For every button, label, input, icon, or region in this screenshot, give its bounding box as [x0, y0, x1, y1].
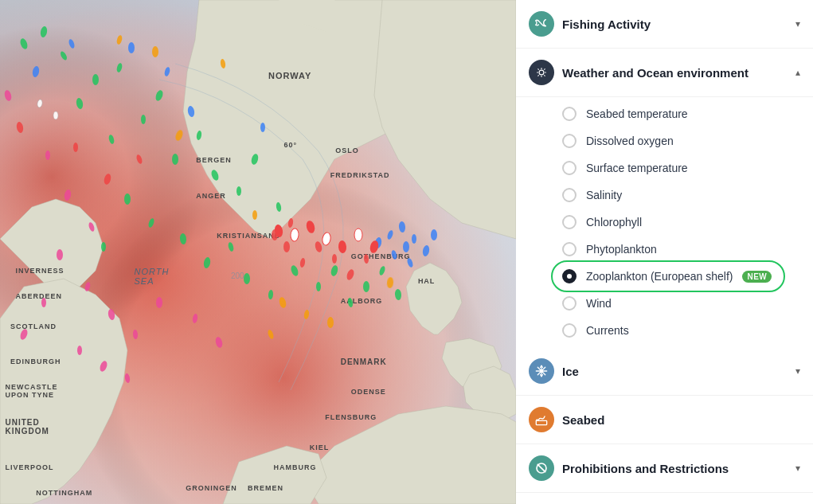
currents-radio[interactable] [562, 323, 577, 338]
salinity-label: Salinity [586, 189, 622, 201]
svg-line-108 [537, 464, 545, 471]
ice-icon [529, 358, 554, 384]
currents-item[interactable]: Currents [516, 317, 813, 344]
fishing-activity-chevron: ▾ [795, 18, 800, 29]
chlorophyll-radio[interactable] [562, 215, 577, 229]
svg-rect-106 [536, 420, 546, 424]
zooplankton-radio[interactable] [562, 269, 577, 283]
zooplankton-label: Zooplankton (European shelf) [586, 270, 733, 283]
map-container[interactable]: 200 NORWAY OSLO FREDRIKSTAD KRISTIANSAND… [0, 0, 516, 504]
fishing-activity-header[interactable]: Fishing Activity ▾ [516, 0, 813, 49]
surface-temp-label: Surface temperature [586, 162, 688, 174]
ice-title: Ice [562, 365, 788, 378]
sidebar: Fishing Activity ▾ Weather and Ocean env… [516, 0, 813, 504]
chlorophyll-label: Chlorophyll [586, 216, 642, 229]
svg-point-96 [539, 70, 544, 75]
dissolved-oxygen-label: Dissolved oxygen [586, 135, 674, 147]
phytoplankton-label: Phytoplankton [586, 243, 657, 256]
currents-label: Currents [586, 324, 629, 337]
wind-label: Wind [586, 297, 612, 310]
prohibitions-chevron: ▾ [795, 463, 800, 474]
fishing-activity-title: Fishing Activity [562, 18, 788, 31]
surface-temp-item[interactable]: Surface temperature [516, 154, 813, 182]
zooplankton-item[interactable]: Zooplankton (European shelf) NEW [516, 263, 813, 290]
salinity-radio[interactable] [562, 188, 577, 202]
phytoplankton-item[interactable]: Phytoplankton [516, 236, 813, 263]
dissolved-oxygen-radio[interactable] [562, 134, 577, 148]
seabed-temp-radio[interactable] [562, 107, 577, 121]
map-background [0, 0, 516, 504]
phytoplankton-radio[interactable] [562, 242, 577, 256]
prohibitions-icon [529, 455, 554, 481]
dissolved-oxygen-item[interactable]: Dissolved oxygen [516, 127, 813, 154]
weather-ocean-title: Weather and Ocean environment [562, 66, 788, 80]
prohibitions-title: Prohibitions and Restrictions [562, 462, 788, 475]
weather-ocean-icon [529, 60, 554, 85]
ice-chevron: ▾ [795, 365, 800, 377]
weather-ocean-header[interactable]: Weather and Ocean environment ▴ [516, 49, 813, 97]
seabed-temp-label: Seabed temperature [586, 107, 688, 120]
prohibitions-header[interactable]: Prohibitions and Restrictions ▾ [516, 444, 813, 493]
seabed-icon [529, 407, 554, 432]
seabed-title: Seabed [562, 413, 800, 427]
seabed-temp-item[interactable]: Seabed temperature [516, 100, 813, 127]
weather-ocean-chevron: ▴ [795, 67, 800, 78]
weather-ocean-content: Seabed temperature Dissolved oxygen Surf… [516, 97, 813, 347]
wind-item[interactable]: Wind [516, 290, 813, 317]
zooplankton-new-badge: NEW [742, 271, 772, 283]
surface-temp-radio[interactable] [562, 161, 577, 175]
ice-header[interactable]: Ice ▾ [516, 347, 813, 396]
fishing-activity-icon [529, 11, 554, 37]
chlorophyll-item[interactable]: Chlorophyll [516, 209, 813, 236]
wind-radio[interactable] [562, 296, 577, 311]
seabed-header[interactable]: Seabed [516, 396, 813, 444]
salinity-item[interactable]: Salinity [516, 182, 813, 209]
